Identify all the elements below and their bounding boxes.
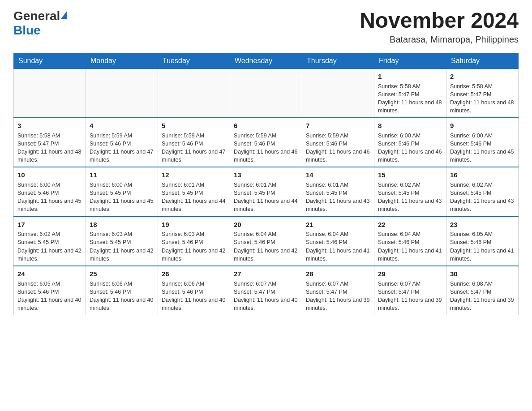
daylight-text: Daylight: 11 hours and 41 minutes. bbox=[378, 247, 442, 263]
page-header: General Blue November 2024 Batarasa, Mim… bbox=[13, 9, 519, 45]
daylight-text: Daylight: 11 hours and 44 minutes. bbox=[162, 197, 226, 213]
sunset-text: Sunset: 5:47 PM bbox=[378, 90, 442, 98]
calendar-week-row: 3Sunrise: 5:58 AMSunset: 5:47 PMDaylight… bbox=[14, 118, 519, 167]
calendar-cell: 30Sunrise: 6:08 AMSunset: 5:47 PMDayligh… bbox=[446, 266, 519, 315]
daylight-text: Daylight: 11 hours and 43 minutes. bbox=[306, 197, 370, 213]
sunrise-text: Sunrise: 5:59 AM bbox=[90, 132, 154, 140]
sunset-text: Sunset: 5:47 PM bbox=[17, 140, 82, 148]
sunset-text: Sunset: 5:46 PM bbox=[234, 140, 298, 148]
sunset-text: Sunset: 5:46 PM bbox=[162, 238, 226, 246]
calendar-cell: 2Sunrise: 5:58 AMSunset: 5:47 PMDaylight… bbox=[446, 68, 519, 118]
daylight-text: Daylight: 11 hours and 47 minutes. bbox=[162, 148, 226, 164]
daylight-text: Daylight: 11 hours and 48 minutes. bbox=[378, 98, 442, 115]
day-number: 16 bbox=[450, 170, 515, 180]
day-number: 4 bbox=[90, 121, 154, 131]
sunrise-text: Sunrise: 6:00 AM bbox=[450, 132, 515, 140]
sunset-text: Sunset: 5:47 PM bbox=[450, 288, 515, 296]
sunrise-text: Sunrise: 6:02 AM bbox=[378, 181, 442, 189]
sunrise-text: Sunrise: 6:06 AM bbox=[90, 280, 154, 288]
sunrise-text: Sunrise: 6:04 AM bbox=[378, 230, 442, 238]
col-saturday: Saturday bbox=[446, 53, 519, 68]
location-text: Batarasa, Mimaropa, Philippines bbox=[360, 34, 519, 45]
daylight-text: Daylight: 11 hours and 46 minutes. bbox=[306, 148, 370, 164]
daylight-text: Daylight: 11 hours and 46 minutes. bbox=[378, 148, 442, 164]
daylight-text: Daylight: 11 hours and 42 minutes. bbox=[234, 247, 298, 263]
logo: General Blue bbox=[13, 9, 67, 38]
sunrise-text: Sunrise: 6:01 AM bbox=[306, 181, 370, 189]
col-sunday: Sunday bbox=[14, 53, 86, 68]
calendar-cell: 18Sunrise: 6:03 AMSunset: 5:45 PMDayligh… bbox=[86, 217, 158, 266]
day-number: 8 bbox=[378, 121, 442, 131]
daylight-text: Daylight: 11 hours and 40 minutes. bbox=[234, 296, 298, 312]
calendar-week-row: 17Sunrise: 6:02 AMSunset: 5:45 PMDayligh… bbox=[14, 217, 519, 266]
calendar-cell: 12Sunrise: 6:01 AMSunset: 5:45 PMDayligh… bbox=[158, 167, 230, 216]
day-number: 18 bbox=[90, 220, 154, 230]
sunrise-text: Sunrise: 6:01 AM bbox=[162, 181, 226, 189]
daylight-text: Daylight: 11 hours and 42 minutes. bbox=[162, 247, 226, 263]
daylight-text: Daylight: 11 hours and 47 minutes. bbox=[90, 148, 154, 164]
daylight-text: Daylight: 11 hours and 45 minutes. bbox=[450, 148, 515, 164]
day-number: 21 bbox=[306, 220, 370, 230]
sunrise-text: Sunrise: 6:05 AM bbox=[17, 280, 82, 288]
calendar-table: Sunday Monday Tuesday Wednesday Thursday… bbox=[13, 53, 519, 315]
daylight-text: Daylight: 11 hours and 41 minutes. bbox=[450, 247, 515, 263]
logo-blue-text: Blue bbox=[13, 23, 41, 38]
col-tuesday: Tuesday bbox=[158, 53, 230, 68]
calendar-cell: 14Sunrise: 6:01 AMSunset: 5:45 PMDayligh… bbox=[302, 167, 374, 216]
logo-triangle-icon bbox=[61, 11, 67, 19]
daylight-text: Daylight: 11 hours and 48 minutes. bbox=[17, 148, 82, 164]
day-number: 26 bbox=[162, 269, 226, 279]
sunset-text: Sunset: 5:45 PM bbox=[90, 189, 154, 197]
calendar-cell: 6Sunrise: 5:59 AMSunset: 5:46 PMDaylight… bbox=[230, 118, 302, 167]
sunrise-text: Sunrise: 6:07 AM bbox=[234, 280, 298, 288]
daylight-text: Daylight: 11 hours and 39 minutes. bbox=[306, 296, 370, 312]
calendar-cell: 15Sunrise: 6:02 AMSunset: 5:45 PMDayligh… bbox=[374, 167, 446, 216]
day-number: 15 bbox=[378, 170, 442, 180]
day-number: 29 bbox=[378, 269, 442, 279]
day-number: 2 bbox=[450, 72, 515, 81]
col-friday: Friday bbox=[374, 53, 446, 68]
calendar-cell bbox=[230, 68, 302, 118]
sunset-text: Sunset: 5:46 PM bbox=[234, 238, 298, 246]
calendar-cell: 10Sunrise: 6:00 AMSunset: 5:46 PMDayligh… bbox=[14, 167, 86, 216]
sunset-text: Sunset: 5:45 PM bbox=[234, 189, 298, 197]
title-block: November 2024 Batarasa, Mimaropa, Philip… bbox=[360, 9, 519, 45]
day-number: 11 bbox=[90, 170, 154, 180]
daylight-text: Daylight: 11 hours and 48 minutes. bbox=[450, 98, 515, 115]
day-number: 9 bbox=[450, 121, 515, 131]
daylight-text: Daylight: 11 hours and 46 minutes. bbox=[234, 148, 298, 164]
sunset-text: Sunset: 5:47 PM bbox=[378, 288, 442, 296]
sunset-text: Sunset: 5:46 PM bbox=[378, 238, 442, 246]
calendar-cell: 25Sunrise: 6:06 AMSunset: 5:46 PMDayligh… bbox=[86, 266, 158, 315]
sunset-text: Sunset: 5:47 PM bbox=[450, 90, 515, 98]
sunrise-text: Sunrise: 6:02 AM bbox=[450, 181, 515, 189]
calendar-cell: 8Sunrise: 6:00 AMSunset: 5:46 PMDaylight… bbox=[374, 118, 446, 167]
calendar-week-row: 1Sunrise: 5:58 AMSunset: 5:47 PMDaylight… bbox=[14, 68, 519, 118]
day-number: 7 bbox=[306, 121, 370, 131]
day-number: 13 bbox=[234, 170, 298, 180]
day-number: 12 bbox=[162, 170, 226, 180]
daylight-text: Daylight: 11 hours and 39 minutes. bbox=[378, 296, 442, 312]
sunset-text: Sunset: 5:46 PM bbox=[450, 238, 515, 246]
sunset-text: Sunset: 5:46 PM bbox=[90, 288, 154, 296]
sunset-text: Sunset: 5:45 PM bbox=[17, 238, 82, 246]
sunset-text: Sunset: 5:45 PM bbox=[90, 238, 154, 246]
calendar-cell: 29Sunrise: 6:07 AMSunset: 5:47 PMDayligh… bbox=[374, 266, 446, 315]
day-number: 1 bbox=[378, 72, 442, 81]
day-number: 5 bbox=[162, 121, 226, 131]
day-number: 20 bbox=[234, 220, 298, 230]
sunset-text: Sunset: 5:47 PM bbox=[306, 288, 370, 296]
calendar-cell: 9Sunrise: 6:00 AMSunset: 5:46 PMDaylight… bbox=[446, 118, 519, 167]
daylight-text: Daylight: 11 hours and 43 minutes. bbox=[378, 197, 442, 213]
calendar-cell bbox=[158, 68, 230, 118]
calendar-week-row: 10Sunrise: 6:00 AMSunset: 5:46 PMDayligh… bbox=[14, 167, 519, 216]
calendar-cell: 4Sunrise: 5:59 AMSunset: 5:46 PMDaylight… bbox=[86, 118, 158, 167]
daylight-text: Daylight: 11 hours and 45 minutes. bbox=[90, 197, 154, 213]
calendar-cell: 21Sunrise: 6:04 AMSunset: 5:46 PMDayligh… bbox=[302, 217, 374, 266]
sunrise-text: Sunrise: 6:04 AM bbox=[306, 230, 370, 238]
sunset-text: Sunset: 5:46 PM bbox=[162, 140, 226, 148]
sunrise-text: Sunrise: 6:03 AM bbox=[162, 230, 226, 238]
calendar-cell: 13Sunrise: 6:01 AMSunset: 5:45 PMDayligh… bbox=[230, 167, 302, 216]
sunrise-text: Sunrise: 6:08 AM bbox=[450, 280, 515, 288]
sunrise-text: Sunrise: 6:00 AM bbox=[90, 181, 154, 189]
